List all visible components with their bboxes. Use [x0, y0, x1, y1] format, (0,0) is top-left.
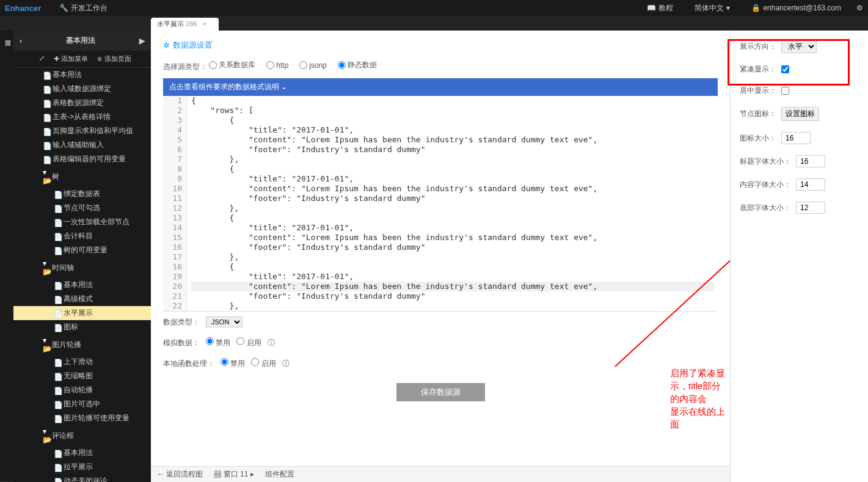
document-icon: 📄	[54, 233, 61, 240]
src-type-2[interactable]: jsonp	[299, 61, 327, 70]
tree-item[interactable]: 📄图标	[13, 320, 151, 334]
localfn-enable[interactable]: 启用	[251, 358, 275, 369]
document-icon: 📄	[54, 219, 61, 226]
tree-group[interactable]: ▾📂树	[13, 166, 151, 187]
src-type-1[interactable]: http	[266, 61, 288, 70]
play-icon[interactable]: ▶	[139, 37, 145, 45]
local-fn-label: 本地函数处理：	[163, 359, 214, 369]
tab-active[interactable]: 水平展示 286 ×	[151, 18, 219, 31]
code-body[interactable]: { "rows": [ { "title": "2017-01-01", "co…	[188, 96, 718, 311]
footer-bar: ← 返回流程图 ▦ 窗口 11 ▸ 组件配置	[151, 466, 730, 482]
content-fs-input[interactable]	[796, 178, 825, 191]
prop-title-fs: 标题字体大小：	[740, 155, 859, 167]
document-icon: 📄	[54, 205, 61, 212]
tree-item[interactable]: 📄基本用法	[13, 68, 151, 82]
expand-icon[interactable]: ⤢	[39, 54, 45, 64]
tree-group[interactable]: ▾📂评论框	[13, 425, 151, 446]
tree-item[interactable]: 📄绑定数据表	[13, 187, 151, 201]
language-switch[interactable]: 简体中文 ▾	[688, 3, 736, 13]
tree-item[interactable]: 📄图片可选中	[13, 397, 151, 411]
workbench-label: 开发工作台	[71, 3, 108, 13]
tree-item[interactable]: 📄输入域数据源绑定	[13, 82, 151, 96]
code-editor[interactable]: 12345678910111213141516171819202122 { "r…	[163, 96, 718, 312]
add-page-btn[interactable]: ⊕ 添加页面	[97, 54, 131, 64]
content: ✲ 数据源设置 选择源类型： 关系数据库 http jsonp 静态数据 点击查…	[151, 31, 868, 482]
set-icon-btn[interactable]: 设置图标	[781, 107, 819, 121]
local-fn-row: 本地函数处理： 禁用 启用 ⓘ	[163, 353, 718, 374]
info-bar[interactable]: 点击查看组件要求的数据格式说明 ⌄	[163, 78, 718, 96]
direction-select[interactable]: 水平	[781, 40, 817, 53]
tree-group[interactable]: ▾📂图片轮播	[13, 334, 151, 355]
src-type-0[interactable]: 关系数据库	[209, 60, 255, 70]
tab-title: 水平展示	[157, 20, 184, 27]
side-tab-pages[interactable]: 页面管理	[1, 31, 13, 482]
src-type-label: 选择源类型：	[163, 62, 207, 71]
src-type-3[interactable]: 静态数据	[338, 60, 377, 70]
info-icon[interactable]: ⓘ	[268, 338, 275, 348]
mock-enable[interactable]: 启用	[236, 337, 261, 348]
tree-item[interactable]: 📄基本用法	[13, 446, 151, 460]
side-tab-roles[interactable]: 角色管理	[0, 31, 1, 482]
tree-item[interactable]: 📄基本用法	[13, 278, 151, 292]
tutorial-btn[interactable]: 📖 教程	[641, 3, 679, 13]
comp-config-btn[interactable]: 组件配置	[265, 469, 294, 480]
tree-item[interactable]: 📄主表->从表格详情	[13, 110, 151, 124]
localfn-disable[interactable]: 禁用	[221, 358, 245, 369]
prop-icon-size: 图标大小：	[740, 132, 859, 144]
tree-item[interactable]: 📄表格编辑器的可用变量	[13, 152, 151, 166]
document-icon: 📄	[43, 86, 50, 93]
tree-item[interactable]: 📄表格数据源绑定	[13, 96, 151, 110]
save-datasource-btn[interactable]: 保存数据源	[396, 383, 485, 401]
tree-item[interactable]: 📄树的可用变量	[13, 243, 151, 257]
sidebar-actions: ⤢ ✚ 添加菜单 ⊕ 添加页面	[13, 51, 151, 68]
data-type-select[interactable]: JSON	[206, 316, 243, 327]
document-icon: 📄	[54, 191, 61, 198]
user-email: enhancertest@163.com	[763, 4, 841, 12]
document-icon: 📄	[54, 464, 61, 471]
document-icon: 📄	[43, 128, 50, 135]
mock-disable[interactable]: 禁用	[206, 337, 230, 348]
mock-data-row: 模拟数据： 禁用 启用 ⓘ	[163, 332, 718, 353]
add-menu-label: 添加菜单	[61, 55, 88, 62]
compact-checkbox[interactable]	[781, 65, 789, 73]
tree-item[interactable]: 📄一次性加载全部节点	[13, 215, 151, 229]
prop-center: 居中显示：	[740, 86, 859, 96]
info-icon[interactable]: ⓘ	[282, 359, 290, 369]
add-menu-btn[interactable]: ✚ 添加菜单	[54, 54, 88, 64]
back-flow-btn[interactable]: ← 返回流程图	[157, 469, 203, 480]
folder-open-icon: ▾📂	[43, 168, 49, 185]
tree-item[interactable]: 📄会计科目	[13, 229, 151, 243]
book-icon: 📖	[647, 4, 656, 12]
ds-title-text: 数据源设置	[173, 40, 213, 51]
window-btn[interactable]: ▦ 窗口 11 ▸	[214, 469, 253, 480]
tree-group[interactable]: ▾📂时间轴	[13, 257, 151, 278]
tree-item[interactable]: 📄输入域辅助输入	[13, 138, 151, 152]
footer-fs-input[interactable]	[796, 202, 825, 214]
tree-item[interactable]: 📄自动轮播	[13, 383, 151, 397]
tree-item[interactable]: 📄节点可勾选	[13, 201, 151, 215]
settings-icon[interactable]: ⚙	[856, 4, 863, 12]
tree-item[interactable]: 📄页脚显示求和值和平均值	[13, 124, 151, 138]
user-menu[interactable]: 🔒 enhancertest@163.com	[745, 4, 847, 12]
tab-strip: 水平展示 286 ×	[0, 16, 868, 31]
document-icon: 📄	[54, 373, 61, 380]
tree-item[interactable]: 📄拉平展示	[13, 460, 151, 474]
title-fs-input[interactable]	[796, 155, 825, 167]
tree-item[interactable]: 📄高级模式	[13, 292, 151, 306]
close-icon[interactable]: ×	[202, 20, 206, 27]
tree-item[interactable]: 📄无缩略图	[13, 369, 151, 383]
tree-item[interactable]: 📄水平展示	[13, 306, 151, 320]
chevron-left-icon[interactable]: ‹	[20, 37, 22, 45]
tree-item[interactable]: 📄动态关闭评论	[13, 474, 151, 482]
icon-size-input[interactable]	[781, 132, 811, 144]
workbench-btn[interactable]: 🔧 开发工作台	[53, 3, 114, 13]
center-checkbox[interactable]	[781, 87, 789, 95]
document-icon: 📄	[54, 310, 61, 317]
sidebar: ‹ 基本用法 ▶ ⤢ ✚ 添加菜单 ⊕ 添加页面 📄基本用法📄输入域数据源绑定📄…	[13, 31, 151, 482]
folder-open-icon: ▾📂	[43, 427, 49, 444]
tree-item[interactable]: 📄图片轮播可使用变量	[13, 411, 151, 425]
annotation-text: 启用了紧凑显示，title部分的内容会 显示在线的上面	[670, 367, 730, 431]
tree-item[interactable]: 📄上下滑动	[13, 355, 151, 369]
document-icon: 📄	[54, 387, 61, 394]
document-icon: 📄	[54, 401, 61, 408]
